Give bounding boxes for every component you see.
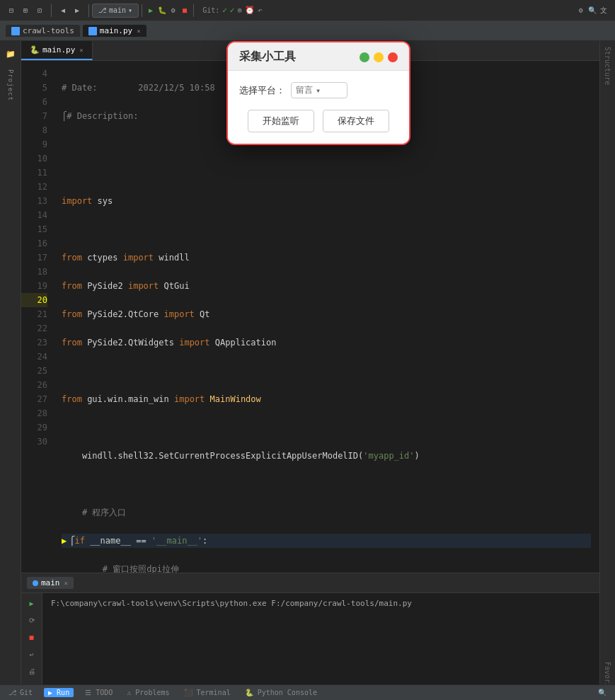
run-wrap-icon[interactable]: ↩	[25, 647, 39, 661]
git-merge-icon[interactable]: ⊕	[237, 6, 242, 15]
platform-select-arrow: ▾	[316, 86, 321, 96]
dialog-overlay: 采集小工具 选择平台： 留言 ▾ 开始监听 保存文件	[226, 41, 410, 145]
file-tab-icon: 🐍	[30, 45, 40, 54]
left-sidebar: 📁 Project	[0, 41, 21, 700]
run-tab-dot	[33, 580, 38, 586]
dialog-restore-btn[interactable]	[374, 52, 384, 62]
git-status-label: Git	[20, 689, 33, 696]
maximize-icon[interactable]: ⊡	[34, 5, 45, 16]
run-panel: main × ▶ ⟳ ■ ↩ 🖨 🗑 F:\company\crawl-tool…	[21, 573, 599, 700]
todo-status-label: ☰ TODO	[85, 689, 113, 696]
run-tab-close[interactable]: ×	[64, 580, 68, 587]
platform-label: 选择平台：	[239, 84, 285, 97]
status-bar: ⎇ Git ▶ Run ☰ TODO ⚠ Problems ⬛ Terminal…	[0, 684, 615, 700]
code-line-16	[62, 420, 591, 435]
code-line-15: from gui.win.main_win import MainWindow	[62, 392, 591, 406]
save-file-btn[interactable]: 保存文件	[323, 110, 389, 132]
code-line-14	[62, 364, 591, 378]
git-toolbar: Git: ✓ ✓ ⊕ ⏰ ↶	[202, 6, 263, 15]
dialog-close-btn[interactable]	[388, 52, 398, 62]
line-numbers: 4 5 6 7 8 9 10 11 12 13 14 15 16 17 18 1…	[21, 61, 53, 573]
start-listen-btn[interactable]: 开始监听	[248, 110, 314, 132]
right-sidebar: Structure Favorites	[599, 41, 615, 700]
status-search[interactable]: 🔍	[595, 689, 609, 696]
git-undo-icon[interactable]: ↶	[258, 6, 263, 15]
branch-button[interactable]: ⎇ main ▾	[92, 4, 139, 18]
status-python-console[interactable]: 🐍 Python Console	[242, 689, 320, 696]
dialog-body: 选择平台： 留言 ▾ 开始监听 保存文件	[228, 71, 409, 144]
code-line-10: from ctypes import windll	[62, 251, 591, 265]
platform-option: 留言	[296, 84, 313, 96]
code-line-20: ▶⎧if __name__ == '__main__':	[62, 534, 591, 548]
file-tab-main[interactable]: 🐍 main.py ×	[21, 41, 93, 60]
code-line-8: import sys	[62, 194, 591, 208]
terminal-status-label: ⬛ Terminal	[184, 689, 231, 696]
run-status-label: ▶ Run	[48, 689, 69, 696]
separator-2	[88, 4, 89, 17]
minimize-icon[interactable]: ⊟	[6, 5, 17, 16]
project-tab-label: crawl-tools	[23, 26, 74, 35]
dialog-platform-row: 选择平台： 留言 ▾	[239, 82, 398, 98]
debug-icon[interactable]: 🐛	[156, 5, 168, 16]
status-problems[interactable]: ⚠ Problems	[124, 689, 172, 696]
project-tab-main[interactable]: main.py ×	[83, 25, 146, 37]
git-clock-icon[interactable]: ⏰	[245, 6, 255, 15]
status-run[interactable]: ▶ Run	[44, 688, 74, 697]
sidebar-project-label: Project	[7, 69, 14, 101]
run-tabs: main ×	[21, 573, 599, 593]
status-terminal[interactable]: ⬛ Terminal	[181, 689, 234, 696]
system-icons: ⊟ ⊞ ⊡ ◀ ▶	[6, 4, 92, 17]
sidebar-project-icon[interactable]: 📁	[4, 47, 18, 61]
back-icon[interactable]: ◀	[57, 5, 69, 16]
settings-icon[interactable]: ⚙	[575, 5, 587, 16]
project-tab-crawl-tools[interactable]: crawl-tools	[6, 25, 80, 37]
git-tick-icon[interactable]: ✓	[230, 6, 235, 15]
search-icon[interactable]: 🔍	[587, 5, 598, 16]
code-line-9	[62, 222, 591, 236]
code-line-13: from PySide2.QtWidgets import QApplicati…	[62, 335, 591, 350]
run-play-icon[interactable]: ▶	[25, 596, 39, 610]
project-icon	[11, 27, 20, 35]
dialog-window: 采集小工具 选择平台： 留言 ▾ 开始监听 保存文件	[226, 41, 410, 145]
python-console-label: 🐍 Python Console	[245, 689, 317, 696]
file-tab-label: main.py	[100, 26, 132, 35]
git-status-icon: ⎇	[8, 689, 17, 696]
code-line-7	[62, 166, 591, 180]
restore-icon[interactable]: ⊞	[20, 5, 31, 16]
status-git[interactable]: ⎇ Git	[6, 689, 35, 696]
structure-icon[interactable]: Structure	[604, 47, 611, 85]
run-rerun-icon[interactable]: ⟳	[25, 613, 39, 627]
separator-3	[142, 4, 142, 17]
stop-icon[interactable]: ■	[179, 5, 190, 16]
code-line-18	[62, 477, 591, 491]
forward-icon[interactable]: ▶	[71, 5, 83, 16]
git-label: Git:	[202, 6, 219, 14]
file-tab-close[interactable]: ×	[79, 47, 83, 54]
search-status-icon: 🔍	[598, 689, 607, 696]
code-line-21: # 窗口按照dpi拉伸	[62, 562, 591, 573]
status-todo[interactable]: ☰ TODO	[82, 689, 115, 696]
branch-icon: ⎇	[98, 6, 107, 14]
branch-name: main	[109, 6, 126, 14]
run-tab-main[interactable]: main ×	[27, 577, 74, 589]
code-line-17: windll.shell32.SetCurrentProcessExplicit…	[62, 449, 591, 463]
project-tabs: crawl-tools main.py ×	[0, 21, 615, 41]
dialog-actions: 开始监听 保存文件	[239, 110, 398, 132]
code-line-11: from PySide2 import QtGui	[62, 279, 591, 293]
build-icon[interactable]: ⚙	[168, 5, 179, 16]
git-check-icon[interactable]: ✓	[222, 6, 227, 15]
code-line-12: from PySide2.QtCore import Qt	[62, 307, 591, 321]
problems-status-label: ⚠ Problems	[127, 689, 169, 696]
separator-1	[51, 4, 52, 17]
run-print-icon[interactable]: 🖨	[25, 664, 39, 678]
platform-select[interactable]: 留言 ▾	[291, 82, 347, 98]
dialog-titlebar: 采集小工具	[228, 42, 409, 71]
dialog-minimize-btn[interactable]	[360, 52, 369, 62]
translate-icon[interactable]: 文	[598, 5, 609, 16]
run-icon[interactable]: ▶	[145, 5, 156, 16]
tab-close-btn[interactable]: ×	[137, 28, 140, 35]
file-icon	[88, 27, 97, 35]
run-path-text: F:\company\crawl-tools\venv\Scripts\pyth…	[51, 599, 412, 608]
branch-arrow: ▾	[128, 6, 132, 14]
run-stop-icon[interactable]: ■	[25, 630, 39, 644]
